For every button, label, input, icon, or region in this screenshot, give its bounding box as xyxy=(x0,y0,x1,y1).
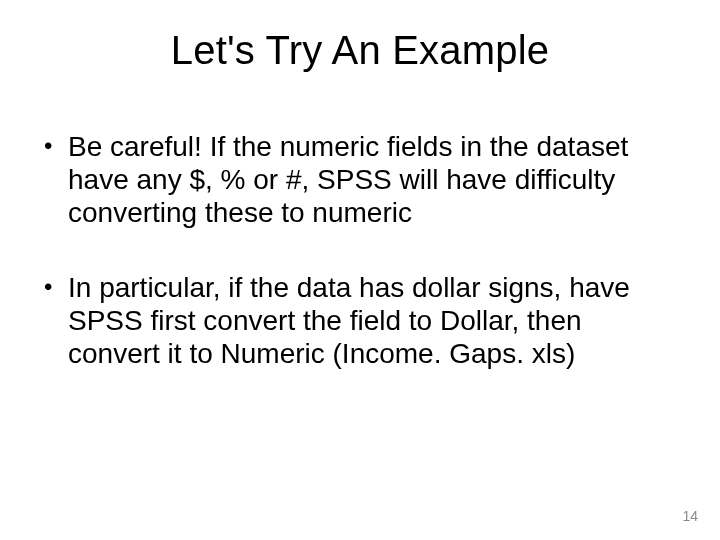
slide: Let's Try An Example Be careful! If the … xyxy=(0,0,720,540)
bullet-list: Be careful! If the numeric fields in the… xyxy=(40,130,670,370)
list-item: In particular, if the data has dollar si… xyxy=(40,271,670,370)
list-item: Be careful! If the numeric fields in the… xyxy=(40,130,670,229)
page-number: 14 xyxy=(682,508,698,524)
slide-body: Be careful! If the numeric fields in the… xyxy=(40,130,670,412)
slide-title: Let's Try An Example xyxy=(0,28,720,73)
